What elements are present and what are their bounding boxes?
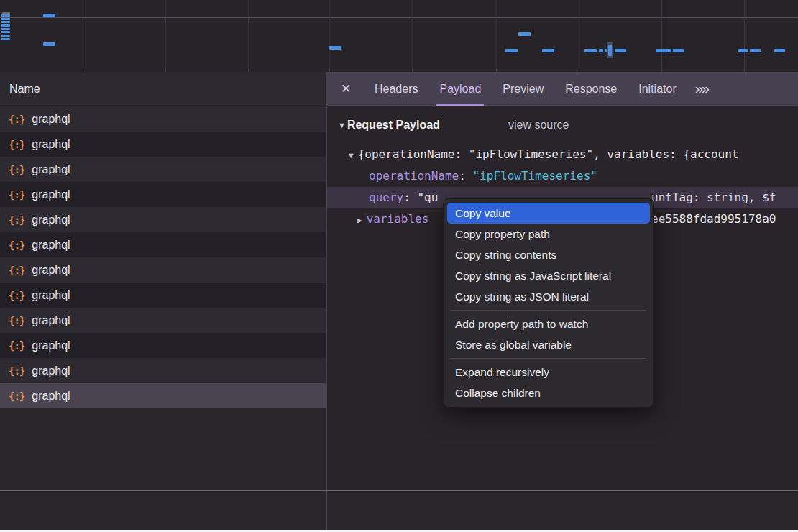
network-activity-bar xyxy=(584,49,597,52)
close-icon[interactable]: ✕ xyxy=(339,81,353,96)
network-activity-bar xyxy=(1,24,10,27)
key-separator: : xyxy=(459,169,472,183)
tab-response[interactable]: Response xyxy=(565,72,617,106)
requests-table-header: Name xyxy=(0,72,326,106)
network-activity-bar xyxy=(750,49,761,52)
property-key: query xyxy=(369,191,403,204)
timeline-gridline xyxy=(496,0,497,72)
request-name-label: graphql xyxy=(32,113,70,126)
menu-item-copy-string-as-javascript-literal[interactable]: Copy string as JavaScript literal xyxy=(444,265,653,286)
request-row-graphql[interactable]: {:}graphql xyxy=(0,358,326,383)
network-activity-bar xyxy=(656,49,671,52)
json-braces-icon: {:} xyxy=(9,239,24,251)
timeline-gridline xyxy=(744,0,745,72)
timeline-gridline xyxy=(165,0,166,72)
variables-value-fragment: ee5588fdad995178a0 xyxy=(651,208,776,230)
network-activity-bar xyxy=(1,18,10,20)
root-preview-text: {operationName: "ipFlowTimeseries", vari… xyxy=(358,147,739,161)
property-value-start: "qu xyxy=(417,191,438,204)
query-value-fragment: untTag: string, $f xyxy=(651,187,776,208)
network-activity-bar xyxy=(1,21,10,23)
network-activity-bar xyxy=(673,49,684,52)
expand-triangle-icon[interactable]: ▼ xyxy=(349,151,354,160)
context-menu: Copy valueCopy property pathCopy string … xyxy=(443,198,654,408)
menu-item-add-property-path-to-watch[interactable]: Add property path to watch xyxy=(444,313,653,334)
timeline-gridline xyxy=(248,0,249,72)
json-braces-icon: {:} xyxy=(9,214,24,226)
menu-item-copy-string-contents[interactable]: Copy string contents xyxy=(444,244,653,265)
network-activity-bar xyxy=(329,46,341,50)
tab-payload[interactable]: Payload xyxy=(439,72,481,106)
network-activity-bar xyxy=(43,14,55,17)
network-activity-bar xyxy=(1,31,10,33)
property-key: variables xyxy=(367,212,429,226)
request-row-graphql[interactable]: {:}graphql xyxy=(0,333,326,358)
network-activity-bar xyxy=(599,49,603,52)
details-tab-bar: ✕ HeadersPayloadPreviewResponseInitiator… xyxy=(326,72,798,106)
menu-item-copy-string-as-json-literal[interactable]: Copy string as JSON literal xyxy=(444,286,653,307)
request-name-label: graphql xyxy=(32,239,70,252)
payload-panel: ▼Request Payload view source ▼{operation… xyxy=(327,106,798,490)
network-activity-bar xyxy=(1,14,10,17)
timeline-gridline xyxy=(579,0,579,72)
name-column-header[interactable]: Name xyxy=(0,83,40,96)
request-row-graphql[interactable]: {:}graphql xyxy=(0,106,326,132)
bottom-divider xyxy=(0,490,798,491)
property-key: operationName xyxy=(369,169,459,183)
network-activity-bar xyxy=(505,49,518,52)
collapse-triangle-icon[interactable]: ▼ xyxy=(338,121,346,129)
more-tabs-icon[interactable]: »» xyxy=(695,81,708,97)
tab-preview[interactable]: Preview xyxy=(503,72,544,106)
request-row-graphql[interactable]: {:}graphql xyxy=(0,132,326,157)
network-activity-bar xyxy=(1,35,10,37)
devtools-network-panel: Name ✕ HeadersPayloadPreviewResponseInit… xyxy=(0,0,798,530)
request-row-graphql[interactable]: {:}graphql xyxy=(0,283,326,308)
requests-list: {:}graphql{:}graphql{:}graphql{:}graphql… xyxy=(0,106,326,408)
tab-headers[interactable]: Headers xyxy=(375,72,418,106)
request-row-graphql[interactable]: {:}graphql xyxy=(0,207,326,232)
network-activity-bar xyxy=(518,32,531,36)
request-row-graphql[interactable]: {:}graphql xyxy=(0,232,326,257)
menu-item-store-as-global-variable[interactable]: Store as global variable xyxy=(444,334,653,355)
menu-item-copy-value[interactable]: Copy value xyxy=(447,203,650,224)
request-row-graphql[interactable]: {:}graphql xyxy=(0,257,326,283)
timeline-gridline xyxy=(329,0,330,72)
json-braces-icon: {:} xyxy=(9,390,24,402)
request-name-label: graphql xyxy=(32,264,70,277)
network-activity-bar xyxy=(774,49,785,52)
network-activity-bar xyxy=(43,42,55,46)
request-row-graphql[interactable]: {:}graphql xyxy=(0,182,326,207)
network-activity-bar xyxy=(1,38,10,40)
view-source-link[interactable]: view source xyxy=(508,119,569,132)
network-overview-timeline[interactable] xyxy=(0,0,798,72)
network-activity-bar xyxy=(615,49,626,52)
json-braces-icon: {:} xyxy=(9,340,24,352)
property-value-string: "ipFlowTimeseries" xyxy=(473,169,597,183)
network-activity-bar xyxy=(542,49,554,52)
json-braces-icon: {:} xyxy=(9,265,24,276)
request-row-graphql[interactable]: {:}graphql xyxy=(0,157,326,182)
request-row-graphql[interactable]: {:}graphql xyxy=(0,308,326,333)
menu-separator xyxy=(451,358,646,359)
tree-root-row[interactable]: ▼{operationName: "ipFlowTimeseries", var… xyxy=(349,144,738,165)
json-braces-icon: {:} xyxy=(9,139,24,150)
request-name-label: graphql xyxy=(32,339,70,352)
request-row-graphql[interactable]: {:}graphql xyxy=(0,383,326,408)
menu-item-expand-recursively[interactable]: Expand recursively xyxy=(444,362,653,382)
request-name-label: graphql xyxy=(32,390,70,403)
request-name-label: graphql xyxy=(32,314,70,327)
menu-item-copy-property-path[interactable]: Copy property path xyxy=(444,224,653,244)
menu-item-collapse-children[interactable]: Collapse children xyxy=(444,382,653,403)
json-braces-icon: {:} xyxy=(9,114,24,125)
tree-row-query[interactable]: query: "qu xyxy=(369,187,438,208)
key-separator: : xyxy=(403,191,417,204)
request-name-label: graphql xyxy=(32,188,70,201)
request-payload-section[interactable]: ▼Request Payload xyxy=(338,119,440,136)
collapsed-triangle-icon[interactable]: ▶ xyxy=(357,216,362,225)
tree-row-operation-name[interactable]: operationName: "ipFlowTimeseries" xyxy=(369,165,597,187)
request-name-label: graphql xyxy=(32,289,70,302)
section-title: Request Payload xyxy=(347,119,440,131)
tab-initiator[interactable]: Initiator xyxy=(638,72,676,106)
tree-row-variables[interactable]: ▶variables xyxy=(357,208,428,230)
request-name-label: graphql xyxy=(32,163,70,176)
